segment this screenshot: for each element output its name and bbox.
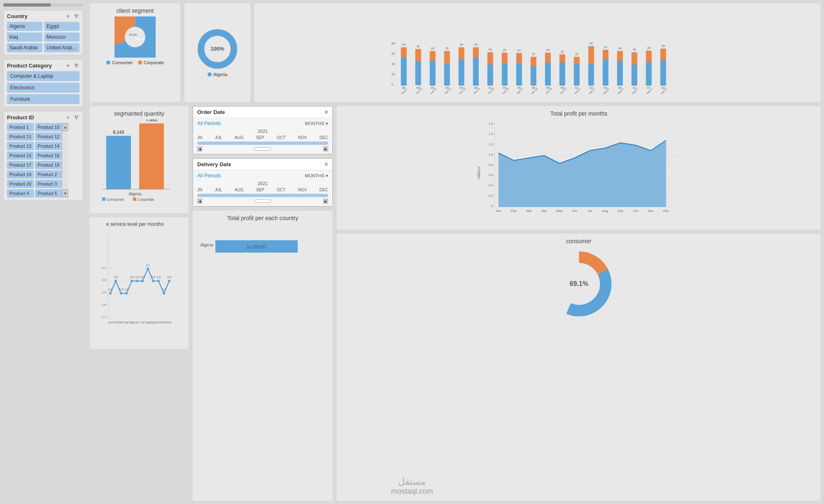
product-17[interactable]: Product 17	[7, 161, 34, 169]
svg-rect-86	[617, 61, 623, 86]
svg-text:0.6: 0.6	[488, 173, 493, 177]
category-electronics[interactable]: Electronics	[7, 83, 79, 93]
client-segment-title: client segment	[94, 7, 176, 14]
svg-text:24: 24	[619, 47, 622, 50]
svg-rect-66	[560, 63, 565, 86]
order-slider-track[interactable]	[197, 142, 328, 145]
svg-text:29: 29	[460, 43, 463, 46]
country-iraq[interactable]: Iraq	[7, 33, 42, 42]
product-19[interactable]: Product 19	[7, 170, 34, 179]
product-scroll-down[interactable]: ▼	[62, 189, 68, 197]
center-charts: Order Date ✕ All Periods MONTHS ▾ 2021 J…	[193, 106, 333, 501]
country-filter-icon[interactable]: ▽	[73, 13, 79, 19]
svg-point-133	[120, 292, 122, 295]
svg-text:Consumer: Consumer	[107, 197, 124, 202]
country-uae[interactable]: United Arab...	[44, 43, 79, 52]
order-months-dropdown[interactable]: MONTHS ▾	[305, 121, 328, 126]
order-slider-thumb[interactable]	[254, 147, 271, 151]
delivery-all-periods[interactable]: All Periods	[197, 173, 221, 179]
svg-text:Dec: Dec	[167, 321, 172, 324]
category-filter-icon[interactable]: ▽	[73, 62, 79, 69]
product-16[interactable]: Product 16	[35, 151, 62, 160]
product-18[interactable]: Product 18	[35, 161, 62, 169]
delivery-slider-left[interactable]: ◀	[197, 199, 202, 204]
svg-rect-12	[401, 47, 407, 57]
svg-rect-22	[430, 51, 436, 61]
product-1[interactable]: Product 1	[7, 123, 34, 131]
pie-legend: Consumer Corporate	[106, 60, 164, 65]
delivery-slider-thumb[interactable]	[254, 200, 271, 203]
delivery-year: 2021	[197, 181, 328, 186]
svg-text:Feb: Feb	[113, 321, 118, 324]
product-12[interactable]: Product 12	[35, 132, 62, 141]
country-saudi[interactable]: Saudi Arabia	[7, 43, 42, 52]
svg-text:25: 25	[474, 43, 478, 46]
product-20[interactable]: Product 20	[7, 180, 34, 188]
delivery-slider-track[interactable]	[197, 194, 328, 197]
donut-card: 100% Algeria	[184, 3, 250, 102]
product-11[interactable]: Product 11	[7, 132, 34, 141]
svg-text:28: 28	[662, 44, 665, 47]
category-computer[interactable]: Computer & Laptop	[7, 71, 79, 81]
product-3[interactable]: Product 3	[35, 180, 62, 188]
product-13[interactable]: Product 13	[7, 142, 34, 150]
svg-point-134	[125, 292, 128, 295]
svg-rect-11	[401, 57, 407, 86]
svg-point-131	[109, 292, 112, 295]
product-2[interactable]: Product 2	[35, 170, 62, 179]
svg-rect-81	[603, 59, 609, 86]
svg-text:Jun: Jun	[135, 321, 139, 324]
category-sort-icon[interactable]: ≡	[65, 62, 71, 69]
product-5[interactable]: Product 5	[35, 189, 62, 197]
profit-months-title: Total profit per months	[341, 110, 817, 117]
donut-legend: Algeria	[208, 72, 227, 77]
svg-text:30: 30	[417, 45, 420, 48]
top-row: client segment 30.9% 69.1%	[90, 3, 821, 102]
country-algeria[interactable]: Algeria	[7, 22, 42, 31]
svg-text:44: 44	[590, 42, 593, 45]
product-bar-card: 0 20 40 60 80 24 69 Product 1 30 58	[254, 3, 821, 102]
product-10[interactable]: Product 10	[35, 123, 62, 131]
country-label: Country	[7, 13, 28, 19]
delivery-date-body: All Periods MONTHS ▾ 2021 JNJULAUGSEPOCT…	[193, 170, 332, 206]
product-15[interactable]: Product 15	[7, 151, 34, 160]
svg-point-135	[131, 280, 133, 282]
svg-text:30: 30	[489, 48, 492, 51]
delivery-date-close[interactable]: ✕	[324, 162, 328, 167]
order-date-filter: Order Date ✕ All Periods MONTHS ▾ 2021 J…	[193, 106, 333, 154]
product-sort-icon[interactable]: ≡	[65, 114, 71, 121]
svg-text:Algeria: Algeria	[201, 243, 214, 247]
delivery-months-dropdown[interactable]: MONTHS ▾	[305, 173, 328, 179]
right-charts: Total profit per months Millions 0 0.2 0…	[337, 106, 821, 501]
country-morocco[interactable]: Morocco	[44, 33, 79, 42]
client-segment-card: client segment 30.9% 69.1%	[90, 3, 180, 102]
consumer-label: Consumer	[112, 60, 133, 65]
product-filter-icon[interactable]: ▽	[73, 114, 79, 121]
svg-text:24: 24	[402, 43, 406, 46]
order-date-header: Order Date ✕	[193, 107, 332, 118]
country-egypt[interactable]: Egypt	[44, 22, 79, 31]
product-4[interactable]: Product 4	[7, 189, 34, 197]
watermark: مستقل mostaql.com	[391, 476, 433, 496]
watermark-arabic: مستقل	[391, 476, 433, 487]
product-id-filter: Product ID ≡ ▽ Product 1 Product 10 Prod…	[3, 111, 83, 200]
svg-text:18: 18	[575, 53, 579, 56]
category-furniture[interactable]: Furniture	[7, 94, 79, 104]
svg-text:60: 60	[392, 52, 395, 56]
order-all-periods[interactable]: All Periods	[197, 121, 221, 126]
svg-rect-56	[531, 66, 537, 86]
svg-rect-31	[459, 59, 465, 86]
delivery-months-row: JNJULAUGSEPOCTNOVDEC	[197, 188, 328, 192]
svg-text:Jan: Jan	[496, 209, 501, 213]
corporate-label: Corporate	[144, 60, 164, 65]
country-sort-icon[interactable]: ≡	[65, 13, 71, 19]
product-scroll-up[interactable]: ▲	[62, 123, 68, 131]
product-14[interactable]: Product 14	[35, 142, 62, 150]
svg-text:2.0: 2.0	[156, 276, 161, 279]
svg-text:Aug: Aug	[602, 209, 608, 213]
order-slider-left[interactable]: ◀	[197, 146, 202, 151]
svg-text:24: 24	[518, 49, 521, 52]
delivery-slider-right[interactable]: ▶	[323, 199, 328, 204]
order-date-close[interactable]: ✕	[324, 109, 328, 115]
order-slider-right[interactable]: ▶	[323, 146, 328, 151]
